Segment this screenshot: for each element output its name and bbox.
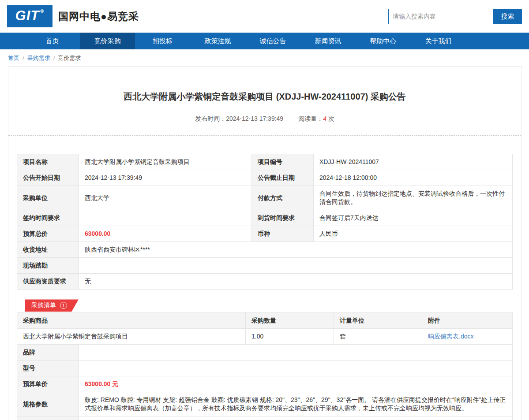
column-header-attachment: 附件: [422, 313, 513, 329]
info-value: 无: [79, 274, 513, 290]
main-nav: 首页 竞价采购 招投标 政策法规 诚信公告 新闻资讯 帮助中心 关于我们: [0, 33, 529, 49]
table-row: 收货地址 陕西省西安市碑林区****: [17, 242, 513, 258]
table-header-row: 采购商品 采购数量 计量单位 附件: [17, 313, 513, 329]
notice-meta: 发布时间：2024-12-13 17:39:49阅读量：4 次: [22, 115, 508, 123]
badge-count-icon: 1: [60, 302, 67, 309]
views-count: 4: [323, 115, 326, 122]
info-label: 现场踏勘: [17, 258, 79, 274]
detail-value: [79, 361, 513, 376]
table-row: 供应商资质要求 无: [17, 274, 513, 290]
breadcrumb-home[interactable]: 首页: [8, 54, 19, 62]
budget-total-price: 63000.00: [79, 226, 252, 242]
notice-head: 西北大学附属小学紫铜定音鼓采购项目 (XDJJ-HW-202411007) 采购…: [8, 67, 521, 135]
info-value: 西北大学附属小学紫铜定音鼓采购项目: [79, 154, 252, 170]
spec-parameters: 鼓皮: REMO 鼓腔: 专用铜材 支架: 超强铝合金 鼓圈: 优质碳素钢 规格…: [79, 392, 513, 416]
purchase-list-table: 采购商品 采购数量 计量单位 附件 西北大学附属小学紫铜定音鼓采购项目 1.00…: [17, 312, 513, 345]
detail-label: 售后服务: [17, 416, 79, 420]
column-header-unit: 计量单位: [334, 313, 422, 329]
table-row: 型号: [17, 361, 513, 376]
breadcrumb-separator: /: [53, 55, 55, 62]
search-input[interactable]: [388, 9, 493, 24]
detail-label: 型号: [17, 361, 79, 376]
info-label: 预算总价: [17, 226, 79, 242]
table-row: 规格参数 鼓皮: REMO 鼓腔: 专用铜材 支架: 超强铝合金 鼓圈: 优质碳…: [17, 392, 513, 416]
product-detail-table: 品牌 型号 预算单价 63000.00 元 规格参数 鼓皮: REMO 鼓腔: …: [17, 344, 513, 420]
info-value: [79, 210, 252, 226]
table-row: 现场踏勘: [17, 258, 513, 274]
nav-item-home[interactable]: 首页: [25, 33, 80, 49]
info-value: 合同签订后7天内送达: [314, 210, 513, 226]
breadcrumb-separator: /: [23, 55, 24, 62]
breadcrumb-purchase-demand[interactable]: 采购需求: [27, 54, 50, 62]
product-unit: 套: [334, 329, 422, 345]
search-group: 搜索: [388, 9, 522, 24]
info-value: 陕西省西安市碑林区****: [79, 242, 513, 258]
info-value: 2024-12-13 17:39:49: [79, 170, 252, 186]
views-label: 阅读量：: [298, 115, 323, 122]
search-button[interactable]: 搜索: [493, 9, 522, 24]
info-value: 2024-12-18 12:00:00: [314, 170, 513, 186]
nav-item-news[interactable]: 新闻资讯: [300, 33, 356, 49]
info-label: 签约时间要求: [17, 210, 79, 226]
info-label: 项目编号: [252, 154, 314, 170]
column-header-product: 采购商品: [17, 313, 246, 329]
info-value: 人民币: [314, 226, 513, 242]
notice-card: 西北大学附属小学紫铜定音鼓采购项目 (XDJJ-HW-202411007) 采购…: [8, 66, 521, 420]
nav-item-integrity[interactable]: 诚信公告: [245, 33, 300, 49]
page-title: 西北大学附属小学紫铜定音鼓采购项目 (XDJJ-HW-202411007) 采购…: [22, 90, 508, 103]
project-info-table: 项目名称 西北大学附属小学紫铜定音鼓采购项目 项目编号 XDJJ-HW-2024…: [17, 154, 513, 290]
nav-item-help[interactable]: 帮助中心: [356, 33, 411, 49]
info-label: 公告截止日期: [252, 170, 314, 186]
detail-label: 规格参数: [17, 392, 79, 416]
dashed-divider: [8, 135, 521, 136]
nav-item-about[interactable]: 关于我们: [411, 33, 466, 49]
site-logo[interactable]: GIT®: [7, 5, 53, 27]
info-label: 采购单位: [17, 186, 79, 210]
info-label: 到货时间要求: [252, 210, 314, 226]
site-title: 国网中电●易竞采: [58, 10, 139, 23]
info-value: 西北大学: [79, 186, 252, 210]
publish-time-value: 2024-12-13 17:39:49: [226, 115, 283, 122]
column-header-quantity: 采购数量: [246, 313, 334, 329]
purchase-list-badge-label: 采购清单: [31, 301, 56, 309]
views-suffix: 次: [328, 115, 334, 122]
info-label: 付款方式: [252, 186, 314, 210]
publish-time-label: 发布时间：: [195, 115, 226, 122]
product-quantity: 1.00: [246, 329, 334, 345]
info-value: XDJJ-HW-202411007: [314, 154, 513, 170]
info-value: 合同生效后，待货物到达指定地点、安装调试验收合格后，一次性付清合同货款。: [314, 186, 513, 210]
table-row: 预算单价 63000.00 元: [17, 376, 513, 392]
table-row: 采购单位 西北大学 付款方式 合同生效后，待货物到达指定地点、安装调试验收合格后…: [17, 186, 513, 210]
detail-label: 预算单价: [17, 376, 79, 392]
logo-text: GIT: [15, 5, 40, 26]
attachment-link[interactable]: 响应偏离表.docx: [428, 333, 473, 340]
detail-value: [79, 345, 513, 361]
info-label: 项目名称: [17, 154, 79, 170]
detail-label: 品牌: [17, 345, 79, 361]
table-row: 品牌: [17, 345, 513, 361]
table-row: 项目名称 西北大学附属小学紫铜定音鼓采购项目 项目编号 XDJJ-HW-2024…: [17, 154, 513, 170]
breadcrumb: 首页 / 采购需求 / 竞价需求: [0, 49, 529, 66]
top-header: GIT® 国网中电●易竞采 搜索: [0, 0, 529, 33]
info-label: 收货地址: [17, 242, 79, 258]
registered-trademark-icon: ®: [40, 5, 44, 17]
table-row: 公告开始日期 2024-12-13 17:39:49 公告截止日期 2024-1…: [17, 170, 513, 186]
table-row: 西北大学附属小学紫铜定音鼓采购项目 1.00 套 响应偏离表.docx: [17, 329, 513, 345]
table-row: 签约时间要求 到货时间要求 合同签订后7天内送达: [17, 210, 513, 226]
purchase-list-badge: 采购清单 1: [25, 299, 79, 312]
nav-item-policy[interactable]: 政策法规: [190, 33, 245, 49]
breadcrumb-current: 竞价需求: [58, 54, 81, 62]
table-row: 预算总价 63000.00 币种 人民币: [17, 226, 513, 242]
info-label: 币种: [252, 226, 314, 242]
info-label: 供应商资质要求: [17, 274, 79, 290]
nav-item-bidding[interactable]: 竞价采购: [80, 33, 135, 49]
info-label: 公告开始日期: [17, 170, 79, 186]
table-row: 售后服务 质保十年，三年内维护。: [17, 416, 513, 420]
budget-unit-price: 63000.00 元: [79, 376, 513, 392]
after-sales-service: 质保十年，三年内维护。: [79, 416, 513, 420]
product-name: 西北大学附属小学紫铜定音鼓采购项目: [17, 329, 246, 345]
info-value: [79, 258, 513, 274]
nav-item-tender[interactable]: 招投标: [135, 33, 190, 49]
